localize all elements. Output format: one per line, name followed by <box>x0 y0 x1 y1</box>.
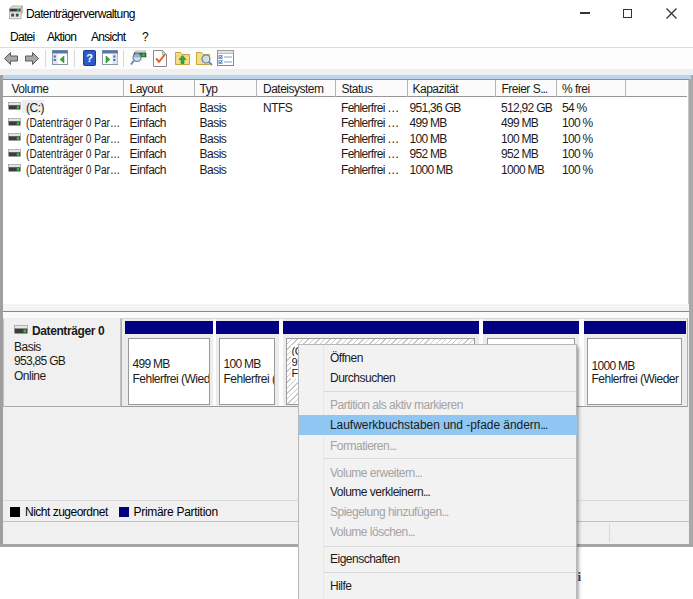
svg-text:?: ? <box>86 52 93 64</box>
